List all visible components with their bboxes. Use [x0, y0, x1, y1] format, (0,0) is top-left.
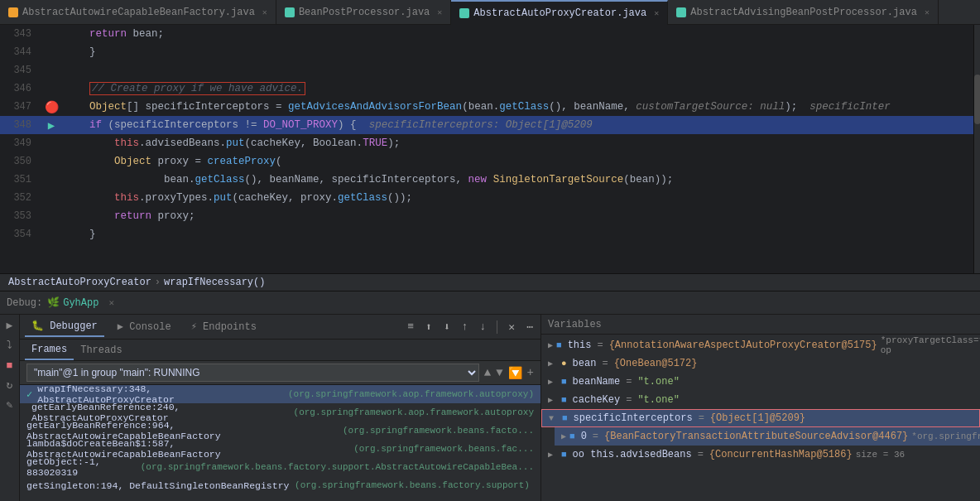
breakpoint-icon[interactable]: 🔴 — [45, 100, 59, 114]
frame-item-0[interactable]: ✓ wrapIfNecessary:348, AbstractAutoProxy… — [20, 385, 540, 403]
code-line-348: 348 ▶ if (specificInterceptors != DO_NOT… — [0, 116, 980, 134]
frame-item-4[interactable]: getObject:-1, 883020319 (org.springframe… — [20, 458, 540, 476]
line-num-347: 347 — [0, 101, 41, 113]
more-btn[interactable]: ⋯ — [524, 319, 536, 335]
var-beanname-icon: ■ — [561, 377, 567, 387]
add-btn[interactable]: + — [527, 366, 534, 379]
code-scrollbar[interactable] — [973, 25, 980, 273]
code-content-354: } — [61, 229, 980, 240]
var-ab-expand[interactable]: ▶ — [548, 450, 558, 460]
tab-2[interactable]: AbstractAutoProxyCreator.java ✕ — [451, 0, 668, 25]
var-si-name: specificInterceptors — [574, 412, 693, 424]
edit-icon[interactable]: ✎ — [2, 397, 17, 412]
stepout-btn[interactable]: ↑ — [459, 319, 471, 335]
frames-list: ✓ wrapIfNecessary:348, AbstractAutoProxy… — [20, 385, 540, 501]
var-si-expand[interactable]: ▼ — [549, 414, 559, 423]
var-bean-expand[interactable]: ▶ — [548, 359, 558, 369]
frames-tab[interactable]: Frames — [25, 340, 74, 360]
var-this-expand[interactable]: ▶ — [548, 340, 553, 350]
resume-icon[interactable]: ▶ — [2, 318, 17, 333]
var-this-value: {AnnotationAwareAspectJAutoProxyCreator@… — [609, 340, 877, 351]
mute-btn[interactable]: ✕ — [506, 319, 517, 335]
var-si-0[interactable]: ▶ ■ 0 = {BeanFactoryTransactionAttribute… — [555, 427, 980, 446]
var-si-icon: ■ — [562, 413, 568, 423]
debug-app[interactable]: 🌿 GyhApp — [47, 296, 98, 309]
code-content-347: Object[] specificInterceptors = getAdvic… — [61, 101, 980, 113]
threads-tab[interactable]: Threads — [74, 341, 128, 359]
var-si-0-expand[interactable]: ▶ — [561, 431, 566, 441]
tab-close-1[interactable]: ✕ — [437, 7, 442, 17]
debug-left: 🐛 Debugger ▶ Console ⚡ Endpoints ≡ ⬆ ⬇ ↑… — [20, 315, 541, 501]
code-line-351: 351 bean.getClass(), beanName, specificI… — [0, 171, 980, 189]
code-scrollbar-thumb[interactable] — [974, 75, 980, 124]
var-ab-name: oo this.advisedBeans — [573, 449, 692, 460]
frame-item-2[interactable]: getEarlyBeanReference:964, AbstractAutow… — [20, 422, 540, 440]
line-num-350: 350 — [0, 156, 41, 167]
tab-1[interactable]: BeanPostProcessor.java ✕ — [276, 0, 451, 25]
var-cachekey-icon: ■ — [561, 395, 567, 405]
code-line-350: 350 Object proxy = createProxy( — [0, 152, 980, 171]
stop-icon[interactable]: ■ — [2, 358, 17, 373]
restart-icon[interactable]: ↻ — [2, 378, 17, 393]
nav-down[interactable]: ▼ — [496, 366, 502, 379]
endpoints-tab[interactable]: ⚡ Endpoints — [185, 317, 263, 336]
nav-up[interactable]: ▲ — [484, 366, 491, 379]
frames-btn[interactable]: ≡ — [405, 319, 416, 335]
tab-close-3[interactable]: ✕ — [925, 7, 930, 17]
code-line-343: 343 return bean; — [0, 25, 980, 43]
var-ab-icon: ■ — [561, 450, 567, 460]
code-line-353: 353 return proxy; — [0, 207, 980, 225]
tab-label-1: BeanPostProcessor.java — [299, 7, 430, 18]
stepin-btn[interactable]: ↓ — [478, 319, 489, 335]
var-specificinterceptors[interactable]: ▼ ■ specificInterceptors = {Object[1]@52… — [541, 409, 980, 427]
frame-item-5[interactable]: getSingleton:194, DefaultSingletonBeanRe… — [20, 476, 540, 494]
filter-btn[interactable]: 🔽 — [508, 366, 522, 380]
vars-list: ▶ ■ this = {AnnotationAwareAspectJAutoPr… — [541, 335, 980, 501]
code-content-348: if (specificInterceptors != DO_NOT_PROXY… — [61, 119, 980, 131]
frame-method-5: getSingleton:194, DefaultSingletonBeanRe… — [26, 480, 289, 491]
debug-label: Debug: — [7, 297, 42, 309]
tab-3[interactable]: AbstractAdvisingBeanPostProcessor.java ✕ — [668, 0, 939, 25]
var-advisedbeans[interactable]: ▶ ■ oo this.advisedBeans = {ConcurrentHa… — [541, 446, 980, 464]
tab-icon-0 — [8, 7, 18, 17]
var-cachekey-expand[interactable]: ▶ — [548, 395, 558, 405]
vars-header-label: Variables — [548, 319, 602, 330]
debugger-tab[interactable]: 🐛 Debugger — [25, 316, 104, 337]
tab-close-0[interactable]: ✕ — [262, 7, 267, 17]
tab-label-2: AbstractAutoProxyCreator.java — [473, 7, 646, 19]
debug-panel: Debug: 🌿 GyhApp ✕ ▶ ⤵ ■ ↻ ✎ 🐛 Debugger — [0, 291, 980, 501]
line-num-344: 344 — [0, 46, 41, 58]
tab-icon-3 — [676, 7, 686, 17]
var-bean[interactable]: ▶ ● bean = {OneBean@5172} — [541, 354, 980, 373]
thread-select[interactable]: "main"@1 in group "main": RUNNING — [26, 364, 479, 382]
frame-item-1[interactable]: getEarlyBeanReference:240, AbstractAutoP… — [20, 403, 540, 422]
frames-tab-label: Frames — [31, 344, 67, 355]
var-si-0-eq: = — [593, 431, 598, 442]
console-tab[interactable]: ▶ Console — [111, 317, 178, 336]
var-beanname-expand[interactable]: ▶ — [548, 377, 558, 387]
up-btn[interactable]: ⬆ — [423, 319, 435, 335]
var-this-icon: ■ — [556, 340, 562, 350]
frame-method-4: getObject:-1, 883020319 — [26, 456, 135, 478]
tab-0[interactable]: AbstractAutowireCapableBeanFactory.java … — [0, 0, 276, 25]
code-content-343: return bean; — [61, 28, 980, 40]
code-line-347: 347 🔴 Object[] specificInterceptors = ge… — [0, 98, 980, 116]
code-content-352: this.proxyTypes.put(cacheKey, proxy.getC… — [61, 192, 980, 204]
var-beanname[interactable]: ▶ ■ beanName = "t.one" — [541, 373, 980, 391]
tab-label-3: AbstractAdvisingBeanPostProcessor.java — [690, 7, 917, 18]
frame-item-3[interactable]: lambda$doCreateBean$1:587, AbstractAutow… — [20, 440, 540, 458]
breadcrumb-class[interactable]: AbstractAutoProxyCreator — [8, 277, 151, 288]
down-btn[interactable]: ⬇ — [441, 319, 453, 335]
line-num-346: 346 — [0, 83, 41, 94]
var-si-0-hint: *org.springframework. — [911, 431, 980, 441]
debug-close[interactable]: ✕ — [108, 297, 114, 308]
var-this[interactable]: ▶ ■ this = {AnnotationAwareAspectJAutoPr… — [541, 336, 980, 354]
var-beanname-eq: = — [626, 376, 632, 388]
tab-close-2[interactable]: ✕ — [654, 8, 659, 18]
var-beanname-name: beanName — [573, 376, 621, 388]
var-cachekey[interactable]: ▶ ■ cacheKey = "t.one" — [541, 391, 980, 409]
step-over-icon[interactable]: ⤵ — [2, 338, 17, 353]
breadcrumb-method[interactable]: wrapIfNecessary() — [164, 277, 265, 288]
var-cachekey-name: cacheKey — [573, 394, 621, 406]
line-num-354: 354 — [0, 229, 41, 240]
